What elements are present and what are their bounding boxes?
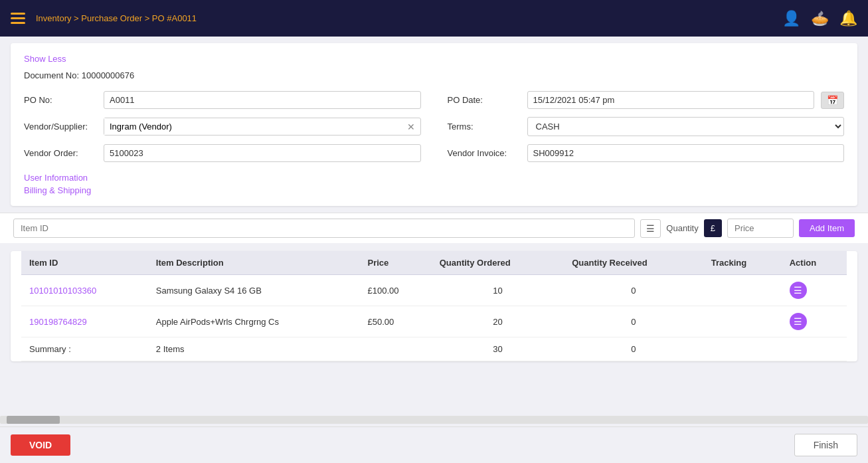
app-header: Inventory > Purchase Order > PO #A0011 👤… [0, 0, 868, 37]
summary-items-count: 2 Items [148, 337, 360, 361]
terms-row: Terms: CASH CREDIT NET30 [448, 117, 845, 136]
document-number: Document No: 10000000676 [24, 70, 844, 80]
quantity-label: Quantity [666, 223, 698, 233]
summary-total-qty-ordered: 30 [432, 337, 564, 361]
form-links: User Information Billing & Shipping [24, 173, 844, 195]
billing-shipping-link[interactable]: Billing & Shipping [24, 185, 844, 195]
purchase-order-form-card: Show Less Document No: 10000000676 PO No… [11, 43, 857, 206]
user-icon[interactable]: 👤 [782, 10, 800, 27]
void-button[interactable]: VOID [11, 434, 70, 456]
main-content: Show Less Document No: 10000000676 PO No… [0, 37, 868, 413]
show-less-toggle[interactable]: Show Less [24, 54, 844, 64]
col-qty-received: Quantity Received [564, 251, 703, 275]
po-no-input[interactable] [104, 91, 421, 109]
table-header-row: Item ID Item Description Price Quantity … [21, 251, 847, 275]
vendor-label: Vendor/Supplier: [24, 122, 97, 132]
add-item-button[interactable]: Add Item [799, 219, 855, 237]
vendor-invoice-row: Vendor Invoice: [448, 144, 845, 162]
row1-action-button[interactable]: ☰ [790, 282, 807, 299]
po-no-label: PO No: [24, 95, 97, 105]
po-date-label: PO Date: [448, 95, 521, 105]
row2-tracking [703, 306, 782, 337]
col-action: Action [782, 251, 847, 275]
vendor-clear-button[interactable]: ✕ [402, 122, 420, 132]
row2-qty-received: 0 [564, 306, 703, 337]
bell-icon[interactable]: 🔔 [839, 10, 857, 27]
table-body: 10101010103360 Samsung Galaxy S4 16 GB £… [21, 275, 847, 361]
hamburger-menu[interactable] [11, 13, 25, 24]
footer: VOID Finish [0, 426, 868, 463]
items-table-container: Item ID Item Description Price Quantity … [11, 251, 857, 361]
row1-description: Samsung Galaxy S4 16 GB [148, 275, 360, 306]
vendor-order-label: Vendor Order: [24, 148, 97, 158]
table-header: Item ID Item Description Price Quantity … [21, 251, 847, 275]
row2-description: Apple AirPods+Wrls Chrgrng Cs [148, 306, 360, 337]
row1-item-id: 10101010103360 [21, 275, 148, 306]
header-right: 👤 🥧 🔔 [782, 10, 857, 27]
po-date-input[interactable] [527, 91, 815, 109]
vendor-invoice-label: Vendor Invoice: [448, 148, 521, 158]
chart-icon[interactable]: 🥧 [811, 10, 829, 27]
summary-row: Summary : 2 Items 30 0 [21, 337, 847, 361]
breadcrumb: Inventory > Purchase Order > PO #A0011 [36, 13, 197, 23]
header-left: Inventory > Purchase Order > PO #A0011 [11, 13, 197, 24]
item-list-icon-button[interactable]: ☰ [640, 219, 661, 238]
row1-action: ☰ [782, 275, 847, 306]
table-row: 190198764829 Apple AirPods+Wrls Chrgrng … [21, 306, 847, 337]
row1-price: £100.00 [360, 275, 432, 306]
item-entry-row: ☰ Quantity £ Add Item [0, 213, 868, 243]
user-information-link[interactable]: User Information [24, 173, 844, 183]
summary-total-qty-received: 0 [564, 337, 703, 361]
price-input[interactable] [727, 219, 794, 238]
vendor-row: Vendor/Supplier: ✕ [24, 117, 421, 136]
vendor-input-container: ✕ [104, 118, 421, 136]
item-id-input[interactable] [13, 219, 635, 238]
vendor-invoice-input[interactable] [527, 144, 845, 162]
summary-tracking-empty [703, 337, 782, 361]
vendor-order-row: Vendor Order: [24, 144, 421, 162]
po-no-row: PO No: [24, 91, 421, 109]
summary-label: Summary : [21, 337, 148, 361]
summary-action-empty [782, 337, 847, 361]
form-grid: PO No: PO Date: 📅 Vendor/Supplier: ✕ Ter… [24, 91, 844, 162]
col-tracking: Tracking [703, 251, 782, 275]
currency-button[interactable]: £ [704, 219, 722, 237]
row1-qty-received: 0 [564, 275, 703, 306]
po-date-row: PO Date: 📅 [448, 91, 845, 109]
horizontal-scrollbar[interactable] [0, 416, 868, 424]
vendor-order-input[interactable] [104, 144, 421, 162]
document-no-value: 10000000676 [82, 70, 135, 80]
row2-item-id: 190198764829 [21, 306, 148, 337]
row2-action-button[interactable]: ☰ [790, 313, 807, 330]
finish-button[interactable]: Finish [794, 434, 857, 456]
row1-item-id-link[interactable]: 10101010103360 [29, 286, 96, 296]
terms-select[interactable]: CASH CREDIT NET30 [527, 117, 845, 136]
items-table: Item ID Item Description Price Quantity … [21, 251, 847, 361]
calendar-button[interactable]: 📅 [821, 92, 844, 109]
row1-qty-ordered: 10 [432, 275, 564, 306]
vendor-input[interactable] [104, 118, 402, 135]
row2-qty-ordered: 20 [432, 306, 564, 337]
table-row: 10101010103360 Samsung Galaxy S4 16 GB £… [21, 275, 847, 306]
scrollbar-thumb[interactable] [7, 416, 60, 424]
row2-price: £50.00 [360, 306, 432, 337]
row2-item-id-link[interactable]: 190198764829 [29, 317, 87, 327]
col-price: Price [360, 251, 432, 275]
row2-action: ☰ [782, 306, 847, 337]
col-item-description: Item Description [148, 251, 360, 275]
document-no-label: Document No: [24, 70, 79, 80]
col-qty-ordered: Quantity Ordered [432, 251, 564, 275]
col-item-id: Item ID [21, 251, 148, 275]
row1-tracking [703, 275, 782, 306]
terms-label: Terms: [448, 122, 521, 132]
summary-price-empty [360, 337, 432, 361]
